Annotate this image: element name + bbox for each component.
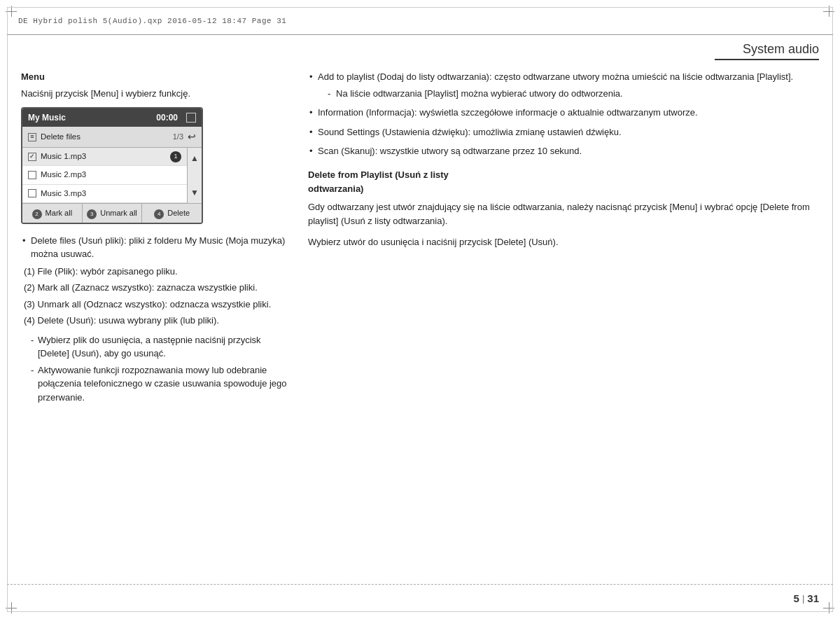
delete-label: Delete bbox=[167, 209, 190, 217]
player-item-name-3: Music 3.mp3 bbox=[41, 188, 181, 200]
left-column: Menu Naciśnij przycisk [Menu] i wybierz … bbox=[21, 70, 287, 577]
page-number: 31 bbox=[807, 592, 819, 604]
left-intro-text: Naciśnij przycisk [Menu] i wybierz funkc… bbox=[21, 87, 287, 101]
scroll-down-button[interactable]: ▼ bbox=[188, 182, 202, 203]
left-section-heading: Menu bbox=[21, 70, 287, 84]
right-dash-list-1: Na liście odtwarzania [Playlist] można w… bbox=[328, 87, 819, 101]
player-submenu-icon: ≡ bbox=[28, 133, 36, 141]
right-para-2: Wybierz utwór do usunięcia i naciśnij pr… bbox=[308, 235, 819, 249]
left-bullet-1: Delete files (Usuń pliki): pliki z folde… bbox=[21, 234, 287, 261]
player-header: My Music 00:00 bbox=[22, 109, 202, 127]
mark-all-label: Mark all bbox=[46, 209, 73, 217]
player-submenu-page: 1/3 bbox=[173, 131, 183, 143]
scroll-up-button[interactable]: ▲ bbox=[188, 148, 202, 169]
player-time: 00:00 bbox=[156, 111, 178, 124]
page-section: 5 bbox=[794, 592, 799, 604]
left-dash-list: Wybierz plik do usunięcia, a następnie n… bbox=[31, 333, 287, 405]
player-item-1[interactable]: ✓ Music 1.mp3 1 bbox=[22, 148, 187, 166]
footer-area: 5 | 31 bbox=[7, 584, 833, 612]
badge-2: 2 bbox=[32, 209, 42, 219]
player-title: My Music bbox=[28, 111, 148, 124]
player-ui: My Music 00:00 ≡ Delete files 1/3 ↩ ✓ Mu… bbox=[21, 107, 203, 224]
page-separator: | bbox=[802, 593, 804, 604]
numbered-item-1: (1) File (Plik): wybór zapisanego pliku. bbox=[21, 265, 287, 279]
player-unmark-all-button[interactable]: 3 Unmark all bbox=[83, 204, 143, 223]
player-scroll-col: ▲ ▼ bbox=[187, 148, 202, 203]
player-header-icon bbox=[186, 113, 196, 123]
left-bullet-list: Delete files (Usuń pliki): pliki z folde… bbox=[21, 234, 287, 261]
badge-4: 4 bbox=[154, 209, 164, 219]
player-item-3[interactable]: Music 3.mp3 bbox=[22, 185, 187, 203]
player-back-button[interactable]: ↩ bbox=[188, 130, 196, 144]
page-numbers: 5 | 31 bbox=[794, 592, 819, 604]
player-list-area: ✓ Music 1.mp3 1 Music 2.mp3 Music 3.mp3 bbox=[22, 148, 202, 203]
numbered-item-3: (3) Unmark all (Odznacz wszystko): odzna… bbox=[21, 298, 287, 312]
badge-3: 3 bbox=[87, 209, 97, 219]
player-delete-button[interactable]: 4 Delete bbox=[142, 204, 202, 223]
dash-item-2: Aktywowanie funkcji rozpoznawania mowy l… bbox=[31, 363, 287, 405]
right-dash-1-1: Na liście odtwarzania [Playlist] można w… bbox=[328, 87, 819, 101]
content-area: Menu Naciśnij przycisk [Menu] i wybierz … bbox=[21, 70, 819, 577]
right-bullet-1: Add to playlist (Dodaj do listy odtwarza… bbox=[308, 70, 819, 100]
player-checkbox-1[interactable]: ✓ bbox=[28, 153, 36, 161]
player-item-2[interactable]: Music 2.mp3 bbox=[22, 166, 187, 184]
numbered-item-4: (4) Delete (Usuń): usuwa wybrany plik (l… bbox=[21, 314, 287, 328]
right-bullet-2: Information (Informacja): wyświetla szcz… bbox=[308, 106, 819, 120]
numbered-item-2: (2) Mark all (Zaznacz wszystko): zaznacz… bbox=[21, 281, 287, 295]
left-numbered-list: (1) File (Plik): wybór zapisanego pliku.… bbox=[21, 265, 287, 328]
right-column: Add to playlist (Dodaj do listy odtwarza… bbox=[308, 70, 819, 577]
right-section-heading: Delete from Playlist (Usuń z listyodtwar… bbox=[308, 168, 819, 196]
player-submenu-text: Delete files bbox=[41, 131, 169, 143]
right-para-1: Gdy odtwarzany jest utwór znajdujący się… bbox=[308, 200, 819, 228]
player-list: ✓ Music 1.mp3 1 Music 2.mp3 Music 3.mp3 bbox=[22, 148, 187, 203]
player-checkbox-2[interactable] bbox=[28, 171, 36, 179]
player-bottom-bar: 2 Mark all 3 Unmark all 4 Delete bbox=[22, 203, 202, 223]
page-title-area: System audio bbox=[715, 42, 819, 57]
header-print-info: DE Hybrid polish 5(Audio).qxp 2016-05-12… bbox=[18, 17, 286, 25]
player-checkbox-3[interactable] bbox=[28, 189, 36, 197]
right-bullet-list: Add to playlist (Dodaj do listy odtwarza… bbox=[308, 70, 819, 158]
right-bullet-3: Sound Settings (Ustawienia dźwięku): umo… bbox=[308, 125, 819, 139]
header-bar: DE Hybrid polish 5(Audio).qxp 2016-05-12… bbox=[7, 7, 833, 35]
dash-item-1: Wybierz plik do usunięcia, a następnie n… bbox=[31, 333, 287, 361]
player-mark-all-button[interactable]: 2 Mark all bbox=[22, 204, 83, 223]
player-submenu-bar: ≡ Delete files 1/3 ↩ bbox=[22, 127, 202, 148]
player-item-badge-1: 1 bbox=[170, 151, 181, 162]
page-title: System audio bbox=[715, 42, 819, 60]
unmark-all-label: Unmark all bbox=[100, 209, 137, 217]
player-item-name-1: Music 1.mp3 bbox=[41, 151, 166, 162]
right-bullet-4: Scan (Skanuj): wszystkie utwory są odtwa… bbox=[308, 144, 819, 158]
player-item-name-2: Music 2.mp3 bbox=[41, 169, 181, 181]
